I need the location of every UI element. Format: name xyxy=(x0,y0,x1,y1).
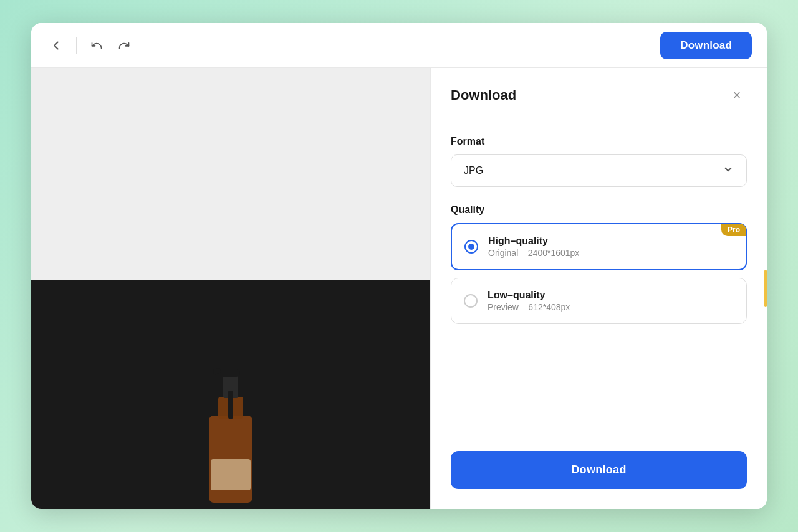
radio-high xyxy=(464,240,478,254)
quality-sub-low: Preview – 612*408px xyxy=(488,302,734,312)
panel-download-button[interactable]: Download xyxy=(451,451,747,489)
format-selected-value: JPG xyxy=(464,165,483,176)
canvas-upper xyxy=(31,68,430,280)
product-image xyxy=(193,335,268,509)
format-section: Format JPG xyxy=(451,136,747,187)
toolbar-divider xyxy=(76,37,77,54)
quality-label: Quality xyxy=(451,204,747,216)
svg-rect-1 xyxy=(211,459,251,490)
quality-title-high: High–quality xyxy=(488,235,733,247)
panel-footer: Download xyxy=(431,451,767,509)
toolbar-left xyxy=(46,36,134,55)
quality-text-high: High–quality Original – 2400*1601px xyxy=(488,235,733,258)
radio-inner-high xyxy=(468,244,474,250)
redo-icon[interactable] xyxy=(114,36,134,55)
chevron-down-icon xyxy=(723,164,734,178)
toolbar-right: Download xyxy=(660,32,752,59)
scroll-indicator xyxy=(764,270,767,307)
quality-option-high[interactable]: High–quality Original – 2400*1601px Pro xyxy=(451,223,747,270)
app-window: Download xyxy=(31,23,767,509)
quality-sub-high: Original – 2400*1601px xyxy=(488,248,733,258)
main-content: Download × Format JPG xyxy=(31,68,767,509)
back-icon[interactable] xyxy=(46,36,66,55)
radio-low xyxy=(464,294,478,308)
toolbar-download-button[interactable]: Download xyxy=(660,32,752,59)
format-label: Format xyxy=(451,136,747,147)
quality-option-low[interactable]: Low–quality Preview – 612*408px xyxy=(451,278,747,324)
quality-section: Quality High–quality Original – 2400*160… xyxy=(451,204,747,331)
format-dropdown[interactable]: JPG xyxy=(451,154,747,187)
close-icon: × xyxy=(733,87,741,103)
quality-title-low: Low–quality xyxy=(488,290,734,301)
panel-header: Download × xyxy=(431,68,767,118)
panel-close-button[interactable]: × xyxy=(727,85,747,105)
undo-icon[interactable] xyxy=(87,36,107,55)
pro-badge: Pro xyxy=(721,224,746,236)
canvas-area xyxy=(31,68,430,509)
svg-rect-6 xyxy=(228,391,233,419)
download-panel: Download × Format JPG xyxy=(430,68,767,509)
panel-title: Download xyxy=(451,87,516,103)
toolbar: Download xyxy=(31,23,767,68)
bottle-container xyxy=(193,292,268,509)
quality-text-low: Low–quality Preview – 612*408px xyxy=(488,290,734,312)
canvas-lower xyxy=(31,280,430,509)
panel-body: Format JPG Quality xyxy=(431,118,767,451)
